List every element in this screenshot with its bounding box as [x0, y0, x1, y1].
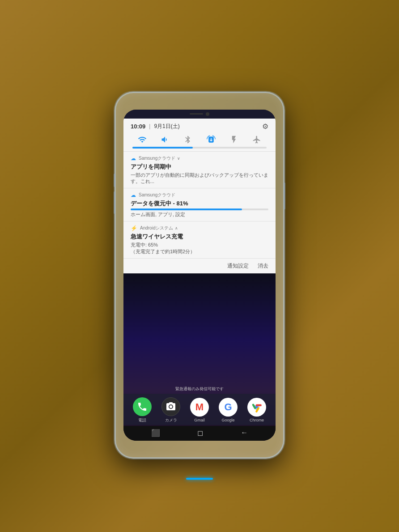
speaker — [190, 113, 203, 115]
emergency-text: 緊急通報のみ発信可能です — [123, 386, 276, 392]
notification-charging[interactable]: ⚡ Androidシステム ∧ 急速ワイヤレス充電 充電中: 65% （充電完了… — [123, 221, 276, 258]
restore-progress-bar — [131, 209, 268, 210]
camera-app-icon[interactable] — [161, 397, 180, 416]
phone-app-label: 電話 — [138, 417, 146, 423]
camera-area — [123, 110, 276, 119]
front-camera — [206, 112, 209, 116]
notif-title-2: データを復元中 - 81% — [131, 200, 268, 208]
notif-body-3b: （充電完了まで約1時間2分） — [131, 248, 268, 255]
app-item-chrome[interactable]: Chrome — [247, 398, 266, 422]
power-button[interactable] — [284, 183, 285, 209]
google-app-label: Google — [221, 418, 234, 422]
notif-body-1: 一部のアプリが自動的に同期およびバックアップを行っています。これ... — [131, 172, 268, 185]
restore-progress-fill — [131, 209, 242, 210]
status-divider: | — [149, 123, 150, 129]
notification-settings-button[interactable]: 通知設定 — [227, 262, 249, 270]
notification-clear-button[interactable]: 消去 — [258, 262, 268, 270]
back-button[interactable]: ← — [241, 429, 248, 437]
dock-indicator-light — [186, 478, 213, 480]
app-item-gmail[interactable]: M Gmail — [190, 398, 209, 422]
gmail-app-label: Gmail — [194, 418, 205, 422]
charging-icon: ⚡ — [131, 225, 137, 231]
notif-source-1: Samsungクラウド ∨ — [139, 155, 180, 162]
google-app-icon[interactable]: G — [219, 398, 238, 417]
phone-device: 10:09 | 9月1日(土) ⚙ — [115, 92, 284, 459]
settings-icon[interactable]: ⚙ — [262, 122, 268, 131]
notif-body-3a: 充電中: 65% — [131, 242, 268, 248]
notification-samsung-sync[interactable]: ☁ Samsungクラウド ∨ アプリを同期中 一部のアプリが自動的に同期および… — [123, 151, 276, 188]
chrome-app-icon[interactable] — [247, 398, 266, 417]
gmail-app-icon[interactable]: M — [190, 398, 209, 417]
recent-apps-button[interactable]: ⬛ — [151, 429, 160, 437]
brightness-level — [132, 147, 193, 149]
flashlight-toggle[interactable] — [229, 135, 238, 144]
status-bar: 10:09 | 9月1日(土) ⚙ — [123, 119, 276, 132]
navigation-bar: ⬛ ◻ ← — [123, 426, 276, 441]
notification-actions: 通知設定 消去 — [123, 258, 276, 273]
phone-app-icon[interactable] — [133, 397, 152, 416]
app-item-google[interactable]: G Google — [219, 398, 238, 422]
notification-samsung-restore[interactable]: ☁ Samsungクラウド データを復元中 - 81% ホーム画面, アプリ, … — [123, 188, 276, 221]
notification-panel[interactable]: 10:09 | 9月1日(土) ⚙ — [123, 119, 276, 273]
notif-source-3: Androidシステム ∧ — [140, 225, 178, 231]
chrome-app-label: Chrome — [250, 418, 264, 422]
status-date: 9月1日(土) — [154, 123, 179, 130]
bluetooth-toggle[interactable] — [183, 135, 192, 144]
app-dock: 電話 カメラ M — [123, 394, 276, 425]
notif-body-2: ホーム画面, アプリ, 設定 — [131, 211, 268, 217]
app-item-camera[interactable]: カメラ — [161, 397, 180, 423]
quick-toggles — [123, 132, 276, 146]
volume-toggle[interactable] — [161, 135, 170, 144]
status-time: 10:09 — [131, 123, 145, 130]
app-item-phone[interactable]: 電話 — [133, 397, 152, 423]
notif-title-1: アプリを同期中 — [131, 163, 268, 171]
volume-up-button[interactable] — [114, 174, 115, 187]
notif-title-3: 急速ワイヤレス充電 — [131, 233, 268, 241]
notif-source-2: Samsungクラウド — [139, 192, 175, 198]
home-screen[interactable]: 緊急通報のみ発信可能です 電話 — [123, 273, 276, 441]
home-button[interactable]: ◻ — [197, 429, 203, 437]
camera-app-label: カメラ — [165, 417, 177, 423]
phone-screen: 10:09 | 9月1日(土) ⚙ — [123, 110, 276, 441]
rotation-toggle[interactable] — [207, 135, 216, 144]
brightness-bar[interactable] — [132, 147, 267, 149]
airplane-toggle[interactable] — [252, 135, 261, 144]
wifi-toggle[interactable] — [138, 135, 147, 144]
volume-down-button[interactable] — [114, 192, 115, 214]
